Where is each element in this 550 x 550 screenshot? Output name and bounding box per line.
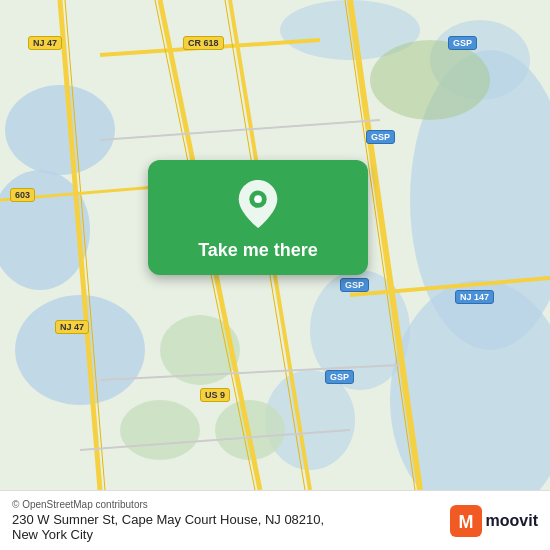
location-pin-icon	[236, 178, 280, 230]
osm-credit: © OpenStreetMap contributors	[12, 499, 450, 510]
moovit-logo: M moovit	[450, 505, 538, 537]
svg-point-10	[120, 400, 200, 460]
map-container: NJ 47 CR 618 GSP 603 GSP NJ 47 GSP NJ 14…	[0, 0, 550, 490]
label-us9: US 9	[200, 388, 230, 402]
city-text: New York City	[12, 527, 93, 542]
svg-point-3	[15, 295, 145, 405]
svg-point-29	[254, 195, 262, 203]
label-gsp-top: GSP	[448, 36, 477, 50]
take-me-there-button[interactable]: Take me there	[148, 160, 368, 275]
label-gsp-bot: GSP	[325, 370, 354, 384]
label-nj47-top: NJ 47	[28, 36, 62, 50]
label-gsp-mid: GSP	[340, 278, 369, 292]
svg-point-1	[5, 85, 115, 175]
address-text: 230 W Sumner St, Cape May Court House, N…	[12, 512, 324, 527]
bottom-left: © OpenStreetMap contributors 230 W Sumne…	[12, 499, 450, 542]
bottom-bar: © OpenStreetMap contributors 230 W Sumne…	[0, 490, 550, 550]
svg-text:M: M	[458, 512, 473, 532]
label-603: 603	[10, 188, 35, 202]
address-line: 230 W Sumner St, Cape May Court House, N…	[12, 512, 450, 542]
label-gsp-right: GSP	[366, 130, 395, 144]
label-nj47-mid: NJ 47	[55, 320, 89, 334]
moovit-text: moovit	[486, 512, 538, 530]
svg-point-27	[370, 40, 490, 120]
label-nj147: NJ 147	[455, 290, 494, 304]
take-me-there-label: Take me there	[198, 240, 318, 261]
label-cr618: CR 618	[183, 36, 224, 50]
moovit-m-icon: M	[450, 505, 482, 537]
